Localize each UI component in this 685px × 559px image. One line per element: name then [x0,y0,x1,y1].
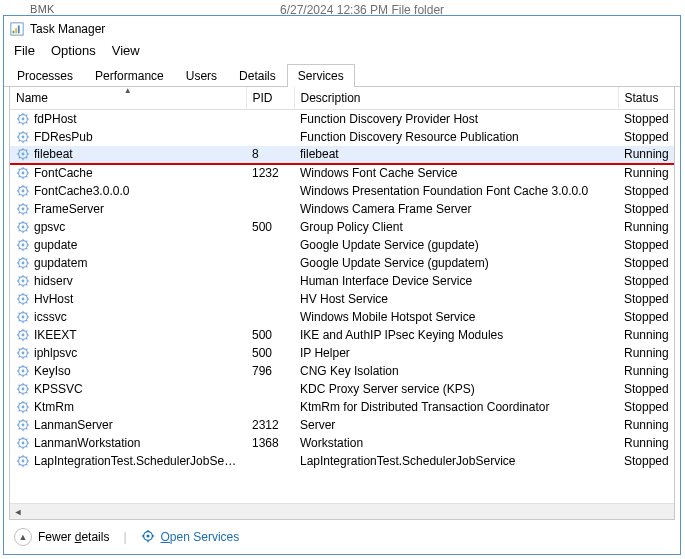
scroll-left-icon[interactable]: ◄ [10,504,26,519]
fewer-details-button[interactable]: ▲ Fewer details [14,528,109,546]
svg-line-101 [26,284,27,285]
service-gear-icon [16,436,30,450]
footer: ▲ Fewer details | Open Services [4,520,680,554]
svg-line-152 [19,374,20,375]
open-services-link[interactable]: Open Services [141,529,240,546]
service-name-cell: FontCache [10,164,246,182]
svg-line-161 [26,392,27,393]
svg-point-165 [22,405,25,408]
table-row[interactable]: KPSSVCKDC Proxy Server service (KPS)Stop… [10,380,674,398]
svg-line-50 [19,186,20,187]
chevron-up-icon: ▲ [14,528,32,546]
svg-line-201 [26,464,27,465]
svg-line-100 [19,276,20,277]
service-name-cell: LapIntegrationTest.SchedulerJobService [10,452,246,470]
service-status-cell: Running [618,434,674,452]
column-header-pid[interactable]: PID [246,87,294,110]
svg-line-121 [26,320,27,321]
svg-line-82 [19,248,20,249]
service-gear-icon [16,112,30,126]
service-gear-icon [16,292,30,306]
table-row[interactable]: FontCache1232Windows Font Cache ServiceR… [10,164,674,182]
service-pid-cell: 500 [246,326,294,344]
table-row[interactable]: LanmanServer2312ServerRunning [10,416,674,434]
service-description-cell: Windows Camera Frame Server [294,200,618,218]
service-name-cell: icssvc [10,308,246,326]
service-gear-icon [16,310,30,324]
service-gear-icon [16,166,30,180]
table-row[interactable]: filebeat8filebeatRunning [10,146,674,164]
table-row[interactable]: KeyIso796CNG Key IsolationRunning [10,362,674,380]
column-header-description[interactable]: Description [294,87,618,110]
table-row[interactable]: LanmanWorkstation1368WorkstationRunning [10,434,674,452]
svg-line-102 [19,284,20,285]
svg-point-175 [22,423,25,426]
svg-line-10 [19,114,20,115]
service-pid-cell: 8 [246,146,294,164]
app-icon [10,22,24,36]
service-status-cell: Running [618,146,674,164]
service-name-cell: FrameServer [10,200,246,218]
service-status-cell: Running [618,362,674,380]
horizontal-scrollbar[interactable]: ◄ [10,503,674,519]
svg-line-23 [26,132,27,133]
svg-line-41 [26,176,27,177]
service-status-cell: Stopped [618,200,674,218]
table-row[interactable]: LapIntegrationTest.SchedulerJobServiceLa… [10,452,674,470]
table-row[interactable]: fdPHostFunction Discovery Provider HostS… [10,110,674,128]
titlebar[interactable]: Task Manager [4,16,680,40]
services-grid[interactable]: ▲ Name PID Description Status fdPHostFun… [10,87,674,503]
service-name-cell: gpsvc [10,218,246,236]
svg-line-90 [19,258,20,259]
table-row[interactable]: FrameServerWindows Camera Frame ServerSt… [10,200,674,218]
service-name-cell: KPSSVC [10,380,246,398]
table-row[interactable]: icssvcWindows Mobile Hotspot ServiceStop… [10,308,674,326]
table-row[interactable]: gupdateGoogle Update Service (gupdate)St… [10,236,674,254]
menu-view[interactable]: View [112,43,140,58]
svg-line-160 [19,384,20,385]
service-name-cell: KtmRm [10,398,246,416]
column-header-name[interactable]: ▲ Name [10,87,246,110]
tab-performance[interactable]: Performance [84,64,175,87]
svg-line-180 [19,420,20,421]
svg-point-15 [22,135,25,138]
table-row[interactable]: KtmRmKtmRm for Distributed Transaction C… [10,398,674,416]
table-row[interactable]: HvHostHV Host ServiceStopped [10,290,674,308]
service-description-cell: Workstation [294,434,618,452]
svg-rect-2 [15,28,17,33]
menu-options[interactable]: Options [51,43,96,58]
table-row[interactable]: iphlpsvc500IP HelperRunning [10,344,674,362]
table-row[interactable]: IKEEXT500IKE and AuthIP IPsec Keying Mod… [10,326,674,344]
service-pid-cell [246,398,294,416]
svg-point-125 [22,333,25,336]
service-status-cell: Stopped [618,398,674,416]
table-row[interactable]: FDResPubFunction Discovery Resource Publ… [10,128,674,146]
service-gear-icon [16,220,30,234]
table-row[interactable]: gpsvc500Group Policy ClientRunning [10,218,674,236]
service-pid-cell: 500 [246,218,294,236]
service-pid-cell: 796 [246,362,294,380]
svg-point-135 [22,351,25,354]
menu-file[interactable]: File [14,43,35,58]
svg-point-25 [22,153,25,156]
table-row[interactable]: gupdatemGoogle Update Service (gupdatem)… [10,254,674,272]
tab-processes[interactable]: Processes [6,64,84,87]
svg-line-30 [19,150,20,151]
table-row[interactable]: FontCache3.0.0.0Windows Presentation Fou… [10,182,674,200]
svg-point-35 [22,172,25,175]
svg-line-153 [26,366,27,367]
tab-details[interactable]: Details [228,64,287,87]
table-row[interactable]: hidservHuman Interface Device ServiceSto… [10,272,674,290]
service-pid-cell: 1368 [246,434,294,452]
svg-line-132 [19,338,20,339]
tab-users[interactable]: Users [175,64,228,87]
svg-line-32 [19,157,20,158]
svg-line-140 [19,348,20,349]
column-header-status[interactable]: Status [618,87,674,110]
tab-services[interactable]: Services [287,64,355,87]
service-status-cell: Stopped [618,110,674,128]
svg-line-120 [19,312,20,313]
service-gear-icon [16,400,30,414]
svg-line-21 [26,140,27,141]
svg-point-95 [22,279,25,282]
